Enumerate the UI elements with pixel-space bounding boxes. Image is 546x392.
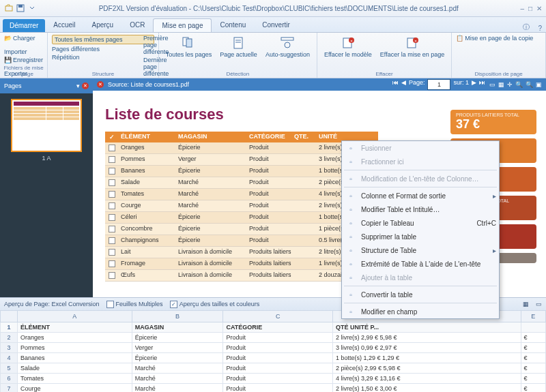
qat-dropdown-icon[interactable] [27,3,37,13]
ribbon-group-detection: Toutes les pages Page actuelle Auto-sugg… [159,33,317,78]
enreg-button[interactable]: 💾 Enregistrer [4,57,43,63]
minimize-icon[interactable]: – [520,5,524,12]
tab-contenu[interactable]: Contenu [212,18,254,32]
tab-accueil[interactable]: Accueil [45,18,83,32]
page-actuelle-button[interactable]: Page actuelle [217,35,260,59]
quick-access-toolbar [4,3,37,13]
page-input[interactable] [427,79,450,90]
help-icon[interactable]: ⓘ [519,22,534,32]
start-button[interactable]: Démarrer [3,19,45,32]
page-total: sur: 1 [453,79,469,90]
tool2-icon[interactable]: ▦ [498,81,504,88]
ribbon-group-files: 📂 Charger Importer 💾 Enregistrer Exporte… [0,33,48,78]
tab-aperçu[interactable]: Aperçu [83,18,121,32]
effacer-mise-button[interactable]: ×Effacer la mise en page [377,35,447,59]
auto-suggestion-button[interactable]: Auto-suggestion [263,35,313,59]
mise-page-copie-button[interactable]: 📋 Mise en page de la copie [456,35,541,42]
menu-item: ▫Ajouter à la table [342,271,499,284]
titlebar: PDF2XL Version d'évaluation - C:\Users\C… [0,0,546,17]
preview-title: Aperçu de Page: Excel Conversion [4,301,100,307]
total-box: PRODUITS LAITIERS TOTAL37 € [450,110,536,134]
ribbon: 📂 Charger Importer 💾 Enregistrer Exporte… [0,33,546,78]
source-label: Source: Liste de courses1.pdf [108,81,189,88]
menu-item[interactable]: ▫Convertir la table [342,288,499,301]
fit-icon[interactable]: ▣ [536,81,542,88]
menu-item[interactable]: ▫Structure de Table▸ [342,243,499,257]
svg-point-9 [285,42,290,48]
detected-table[interactable]: ✓ÉLÉMENTMAGASINCATÉGORIEQTE.UNITÉOranges… [105,132,378,282]
maximize-icon[interactable]: □ [528,5,532,12]
svg-rect-4 [186,39,192,47]
menu-item[interactable]: ▫Supprimer la table [342,230,499,243]
group-label: Fichiers de mise en page [0,65,47,77]
next-page-icon[interactable]: ▶ [472,79,476,90]
context-menu: ▫Fusionner▫Fractionner ici▫Modification … [341,140,500,319]
effacer-modele-button[interactable]: ×Effacer le modèle [321,35,375,59]
svg-rect-2 [18,5,23,7]
all-pages-button[interactable]: Toutes les pages [163,35,215,59]
svg-rect-8 [281,37,293,40]
panel-title: Pages [4,82,22,89]
zoom-in-icon[interactable]: 🔍 [526,81,533,88]
group-label: Détection [159,71,317,77]
tailles-check[interactable]: ✓Aperçu des tailles et couleurs [170,301,260,308]
page-label: Page: [409,79,425,90]
svg-rect-5 [234,37,242,48]
preview-xls-icon[interactable]: ▦ [523,301,529,307]
menu-item[interactable]: ▫Modifier Table et Intitulé… [342,202,499,216]
first-page-icon[interactable]: ⏮ [392,79,399,90]
help2-icon[interactable]: ? [534,25,546,32]
svg-text:×: × [350,39,353,43]
pages-diff-button: Pages différentes [52,46,154,52]
window-title: PDF2XL Version d'évaluation - C:\Users\C… [37,5,520,12]
ribbon-group-effacer: ×Effacer le modèle ×Effacer la mise en p… [317,33,452,78]
importer-button[interactable]: Importer [4,48,43,55]
save-icon[interactable] [16,3,25,13]
tool1-icon[interactable]: ▭ [489,81,495,88]
excel-grid[interactable]: ABCDE1ÉLÉMENTMAGASINCATÉGORIEQTÉ UNITÉ P… [0,310,546,392]
pages-panel: Pages ▾ ✕ 1 A [0,78,93,297]
menu-item: ▫Modification de L'en-tête de Colonne… [342,172,499,185]
prev-page-icon[interactable]: ◀ [401,79,406,90]
toutes-pages-button[interactable]: Toutes les mêmes pages [52,35,154,44]
menu-item[interactable]: ▫Copier le TableauCtrl+C [342,216,499,230]
last-page-icon[interactable]: ⏭ [479,79,485,90]
group-label: Effacer [317,71,451,77]
repetition-button: Répétition [52,54,154,61]
thumb-label: 1 A [42,155,51,162]
ribbon-tabs: Démarrer AccueilAperçuOCRMise en pageCon… [0,17,546,33]
window-buttons: – □ ✕ [520,5,542,12]
open-icon[interactable] [4,3,14,13]
menu-item[interactable]: ▫Extrémité de Table à L'aide de L'en-têt… [342,257,499,271]
charger-button[interactable]: 📂 Charger [4,35,43,42]
zoom-out-icon[interactable]: 🔍 [515,81,523,88]
panel-funnel-icon[interactable]: ▾ [76,82,80,89]
pointer-icon[interactable]: ✛ [507,81,513,88]
group-label: Structure [48,71,158,77]
feuilles-check[interactable]: Feuilles Multiples [106,301,163,308]
close-icon[interactable]: ✕ [536,5,542,12]
tab-convertir[interactable]: Convertir [254,18,298,32]
tab-ocr[interactable]: OCR [121,18,153,32]
menu-item: ▫Fusionner [342,141,499,155]
menu-item: ▫Fractionner ici [342,155,499,168]
ribbon-group-disposition: 📋 Mise en page de la copie Disposition d… [452,33,546,78]
close-panel-icon[interactable]: ✕ [82,82,89,89]
svg-text:×: × [414,39,417,43]
close-src-icon[interactable]: ✕ [97,81,104,88]
menu-item[interactable]: ▫Colonne et Format de sortie▸ [342,189,499,202]
tab-mise en page[interactable]: Mise en page [153,18,212,32]
svg-rect-0 [5,6,12,11]
group-label: Disposition de page [452,71,545,77]
page-thumbnail[interactable] [11,99,82,152]
menu-item[interactable]: ▫Modifier en champ [342,305,499,318]
ribbon-group-structure: Toutes les mêmes pages Pages différentes… [48,33,159,78]
page-nav: ⏮ ◀ Page: sur: 1 ▶ ⏭ [392,79,485,90]
source-bar: ✕ Source: Liste de courses1.pdf ⏮ ◀ Page… [93,78,546,91]
preview-close-icon[interactable]: ▭ [536,301,542,307]
